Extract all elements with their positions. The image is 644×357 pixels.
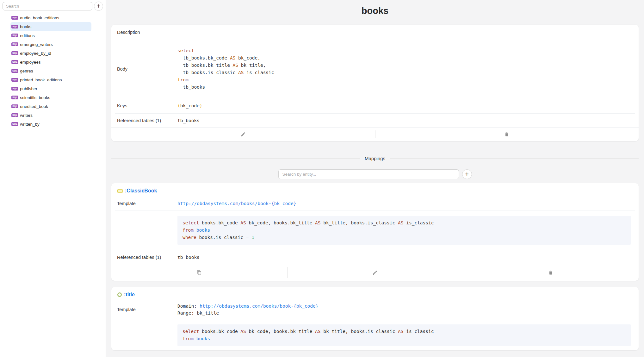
view-list: SQLaudio_book_editionsSQLbooksSQLedition… [0, 13, 106, 128]
range-label: Range: [177, 310, 194, 316]
sidebar-item-label: unedited_book [20, 104, 48, 109]
sidebar-item-publisher[interactable]: SQLpublisher [10, 84, 91, 93]
sidebar-item-genres[interactable]: SQLgenres [10, 66, 91, 75]
sidebar-item-label: emerging_writers [20, 42, 53, 47]
mappings-section-title: Mappings [365, 156, 385, 161]
sidebar-item-editions[interactable]: SQLeditions [10, 31, 91, 40]
add-view-button[interactable]: + [94, 2, 103, 11]
template-row: Template Domain:http://obdasystems.com/b… [115, 300, 635, 319]
referenced-tables-label: Referenced tables (1) [115, 118, 177, 123]
sidebar-item-label: audio_book_editions [20, 16, 59, 20]
edit-mapping-button[interactable] [287, 264, 463, 281]
delete-view-button[interactable] [375, 128, 639, 141]
sidebar-item-label: printed_book_editions [20, 78, 62, 82]
entity-name-link[interactable]: :title [124, 292, 135, 298]
delete-icon [548, 270, 553, 275]
body-label: Body [115, 66, 177, 72]
edit-icon [372, 270, 378, 275]
template-label: Template [115, 201, 177, 206]
view-detail-card: Description Body select tb_books.bk_code… [111, 25, 639, 141]
main-content: books Description Body select tb_books.b… [106, 0, 644, 357]
sidebar-item-written_by[interactable]: SQLwritten_by [10, 120, 91, 128]
mapping-card-footer [111, 264, 639, 281]
sidebar-item-books[interactable]: SQLbooks [10, 22, 91, 31]
sql-badge-icon: SQL [11, 51, 18, 55]
entity-search-input[interactable] [278, 169, 459, 179]
sidebar-item-scientific_books[interactable]: SQLscientific_books [10, 93, 91, 102]
mapping-query-sql: select books.bk_code AS bk_code, books.b… [177, 216, 631, 245]
sql-badge-icon: SQL [11, 113, 18, 117]
sql-badge-icon: SQL [11, 42, 18, 47]
referenced-tables-value: tb_books [177, 118, 635, 123]
entity-header: :title [111, 287, 639, 300]
sidebar-item-writers[interactable]: SQLwriters [10, 111, 91, 120]
page-title: books [106, 6, 644, 16]
search-input[interactable] [3, 2, 92, 10]
referenced-tables-row: Referenced tables (1) tb_books [115, 114, 635, 127]
referenced-tables-row: Referenced tables (1) tb_books [115, 250, 635, 264]
delete-icon [504, 132, 509, 137]
divider-line [111, 158, 360, 159]
class-icon [117, 189, 123, 193]
sidebar-item-label: employee_by_id [20, 51, 51, 56]
mappings-section-divider: Mappings [111, 156, 639, 161]
sidebar-item-label: editions [20, 33, 35, 38]
referenced-tables-label: Referenced tables (1) [115, 255, 177, 260]
sidebar-item-label: written_by [20, 122, 40, 127]
sidebar-search-row: + [0, 2, 106, 11]
edit-icon [240, 132, 246, 137]
template-row: Template http://obdasystems.com/books/bo… [115, 197, 635, 210]
entity-name-link[interactable]: :ClassicBook [125, 188, 157, 194]
plus-icon: + [465, 171, 469, 177]
edit-view-button[interactable] [111, 128, 375, 141]
mapping-card-title: :title Template Domain:http://obdasystem… [111, 287, 639, 350]
mapping-query-row: select books.bk_code AS bk_code, books.b… [115, 319, 635, 350]
range-value: bk_title [197, 310, 219, 316]
template-label: Template [115, 307, 177, 312]
sidebar-item-audio_book_editions[interactable]: SQLaudio_book_editions [10, 13, 91, 22]
sidebar-item-label: writers [20, 113, 33, 118]
sidebar: + SQLaudio_book_editionsSQLbooksSQLediti… [0, 0, 106, 357]
duplicate-mapping-button[interactable] [111, 264, 287, 281]
mapping-query-sql: select books.bk_code AS bk_code, books.b… [177, 324, 631, 346]
body-sql: select tb_books.bk_code AS bk_code, tb_b… [177, 47, 635, 91]
sidebar-item-label: scientific_books [20, 95, 50, 100]
sql-badge-icon: SQL [11, 122, 18, 126]
sidebar-item-label: books [20, 24, 31, 29]
sql-badge-icon: SQL [11, 69, 18, 73]
domain-label: Domain: [177, 304, 197, 309]
sidebar-item-employees[interactable]: SQLemployees [10, 58, 91, 66]
sidebar-item-emerging_writers[interactable]: SQLemerging_writers [10, 40, 91, 49]
sidebar-item-label: employees [20, 60, 40, 65]
view-card-footer [111, 127, 639, 141]
plus-icon: + [97, 3, 101, 9]
sql-badge-icon: SQL [11, 87, 18, 91]
template-range-line: Range:bk_title [177, 310, 633, 316]
referenced-tables-value: tb_books [177, 255, 635, 260]
body-row: Body select tb_books.bk_code AS bk_code,… [115, 40, 635, 98]
sidebar-item-printed_book_editions[interactable]: SQLprinted_book_editions [10, 75, 91, 84]
entity-header: :ClassicBook [111, 183, 639, 197]
template-value: http://obdasystems.com/books/book-{bk_co… [177, 201, 635, 206]
entity-search-row: + [106, 169, 644, 179]
sql-badge-icon: SQL [11, 25, 18, 29]
domain-value: http://obdasystems.com/books/book-{bk_co… [200, 304, 318, 309]
sql-badge-icon: SQL [11, 60, 18, 64]
description-row: Description [115, 25, 635, 40]
sql-badge-icon: SQL [11, 78, 18, 82]
keys-value: (bk_code) [177, 102, 635, 110]
sql-badge-icon: SQL [11, 96, 18, 100]
sidebar-item-employee_by_id[interactable]: SQLemployee_by_id [10, 49, 91, 58]
keys-label: Keys [115, 103, 177, 108]
template-domain-line: Domain:http://obdasystems.com/books/book… [177, 303, 633, 310]
add-mapping-button[interactable]: + [462, 169, 472, 179]
divider-line [390, 158, 639, 159]
sql-badge-icon: SQL [11, 34, 18, 38]
keys-row: Keys (bk_code) [115, 98, 635, 114]
sidebar-item-label: publisher [20, 86, 37, 91]
delete-mapping-button[interactable] [463, 264, 639, 281]
sidebar-item-label: genres [20, 69, 33, 73]
mapping-card-classicbook: :ClassicBook Template http://obdasystems… [111, 183, 639, 281]
sidebar-item-unedited_book[interactable]: SQLunedited_book [10, 102, 91, 111]
sql-badge-icon: SQL [11, 16, 18, 20]
